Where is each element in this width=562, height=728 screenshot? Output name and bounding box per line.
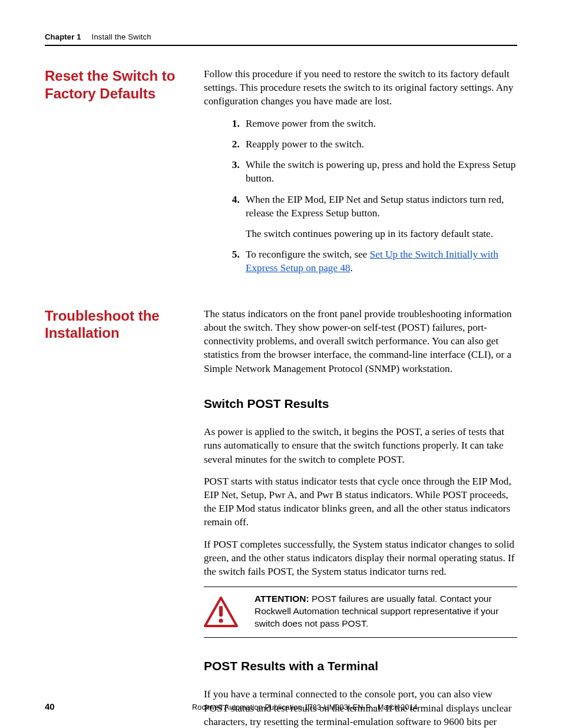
attention-label: ATTENTION: xyxy=(254,594,312,604)
body-troubleshoot: The status indicators on the front panel… xyxy=(204,307,517,728)
chapter-label: Chapter 1 xyxy=(45,32,81,41)
warning-triangle-icon xyxy=(204,597,252,627)
step-2: Reapply power to the switch. xyxy=(242,137,517,151)
troubleshoot-intro: The status indicators on the front panel… xyxy=(204,307,517,375)
step-4: When the EIP Mod, EIP Net and Setup stat… xyxy=(242,193,517,241)
side-heading-troubleshoot: Troubleshoot the Installation xyxy=(45,307,204,728)
heading-switch-post-results: Switch POST Results xyxy=(204,396,517,412)
page-number: 40 xyxy=(45,701,192,711)
steps-list: Remove power from the switch. Reapply po… xyxy=(204,117,517,275)
heading-post-terminal: POST Results with a Terminal xyxy=(204,658,517,674)
step-4-continuation: The switch continues powering up in its … xyxy=(246,227,517,241)
svg-rect-1 xyxy=(219,606,223,617)
step-4-text: When the EIP Mod, EIP Net and Setup stat… xyxy=(246,194,504,219)
chapter-title: Install the Switch xyxy=(92,32,151,41)
step-2-text: Reapply power to the switch. xyxy=(246,139,364,150)
post-results-p1: As power is applied to the switch, it be… xyxy=(204,425,517,466)
publication-id: Rockwell Automation Publication 1783-UM0… xyxy=(192,703,418,711)
page-footer: 40 Rockwell Automation Publication 1783-… xyxy=(45,701,517,711)
post-results-p3: If POST completes successfully, the Syst… xyxy=(204,538,517,579)
step-5-post: . xyxy=(351,262,353,274)
section-reset-switch: Reset the Switch to Factory Defaults Fol… xyxy=(45,67,517,282)
attention-text: ATTENTION: POST failures are usually fat… xyxy=(254,593,517,630)
step-1-text: Remove power from the switch. xyxy=(246,118,376,129)
side-heading-reset: Reset the Switch to Factory Defaults xyxy=(45,67,204,282)
step-1: Remove power from the switch. xyxy=(242,117,517,130)
svg-point-2 xyxy=(219,618,223,622)
intro-paragraph: Follow this procedure if you need to res… xyxy=(204,67,517,108)
step-3-text: While the switch is powering up, press a… xyxy=(246,159,515,184)
body-reset: Follow this procedure if you need to res… xyxy=(204,67,517,282)
post-results-p2: POST starts with status indicator tests … xyxy=(204,475,517,529)
attention-box: ATTENTION: POST failures are usually fat… xyxy=(204,587,517,638)
running-header: Chapter 1 Install the Switch xyxy=(45,32,517,46)
step-3: While the switch is powering up, press a… xyxy=(242,158,517,185)
step-5: To reconfigure the switch, see Set Up th… xyxy=(242,248,517,275)
step-5-pre: To reconfigure the switch, see xyxy=(246,249,370,260)
section-troubleshoot: Troubleshoot the Installation The status… xyxy=(45,307,517,728)
